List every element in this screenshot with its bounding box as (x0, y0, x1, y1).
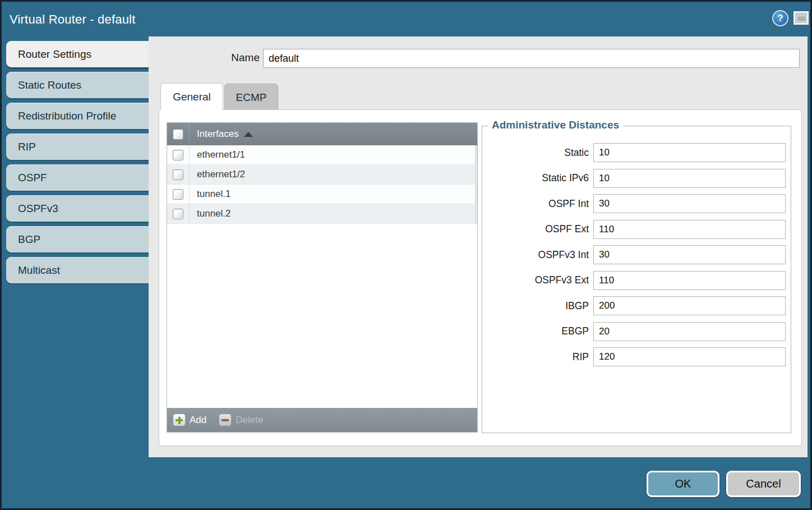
table-row[interactable]: tunnel.1 (167, 185, 477, 204)
field-row: OSPFv3 Ext (482, 271, 791, 290)
interfaces-column-header[interactable]: Interfaces (197, 128, 239, 140)
ebgp-input[interactable] (593, 322, 786, 341)
select-all-cell (167, 123, 190, 145)
router-settings-panel: Name General ECMP Interfaces ethernet1/1 (149, 36, 808, 457)
row-checkbox-cell (167, 185, 190, 204)
name-input[interactable] (263, 49, 800, 68)
virtual-router-dialog: Virtual Router - default ? Router Settin… (0, 0, 812, 510)
ebgp-label: EBGP (482, 325, 589, 337)
add-button[interactable]: Add (173, 413, 206, 426)
row-checkbox-cell (167, 145, 190, 164)
sort-ascending-icon[interactable] (244, 132, 253, 137)
row-checkbox[interactable] (173, 189, 183, 200)
static-ipv6-label: Static IPv6 (482, 172, 589, 184)
select-all-checkbox[interactable] (173, 129, 183, 140)
row-checkbox[interactable] (173, 169, 183, 180)
sidebar-item-ospfv3[interactable]: OSPFv3 (6, 195, 149, 222)
sidebar: Router Settings Static Routes Redistribu… (6, 41, 149, 288)
name-label: Name (193, 52, 260, 64)
delete-button-label: Delete (236, 415, 263, 426)
restore-window-icon[interactable] (793, 11, 809, 25)
interfaces-table-body: ethernet1/1 ethernet1/2 tunnel.1 tunnel.… (167, 145, 477, 409)
field-row: IBGP (482, 296, 791, 315)
administrative-distances-group: Administrative Distances Static Static I… (482, 126, 791, 433)
sidebar-item-multicast[interactable]: Multicast (6, 257, 149, 283)
row-checkbox[interactable] (173, 209, 183, 219)
sidebar-item-router-settings[interactable]: Router Settings (6, 41, 149, 67)
ospf-int-input[interactable] (593, 194, 786, 213)
tab-ecmp[interactable]: ECMP (224, 84, 278, 110)
interfaces-table-footer: Add Delete (167, 408, 477, 432)
table-row[interactable]: ethernet1/1 (167, 145, 477, 165)
field-row: OSPFv3 Int (482, 245, 791, 264)
row-checkbox[interactable] (173, 150, 183, 160)
sidebar-item-static-routes[interactable]: Static Routes (6, 72, 149, 98)
field-row: Static IPv6 (482, 169, 791, 188)
row-checkbox-cell (167, 204, 190, 223)
ospfv3-ext-input[interactable] (593, 271, 786, 290)
interface-name: ethernet1/2 (197, 169, 245, 180)
ospf-ext-label: OSPF Ext (482, 223, 589, 235)
field-row: OSPF Ext (482, 220, 791, 239)
ibgp-input[interactable] (593, 296, 786, 315)
ospfv3-ext-label: OSPFv3 Ext (482, 274, 589, 286)
sidebar-item-rip[interactable]: RIP (6, 134, 149, 160)
field-row: RIP (482, 347, 791, 366)
ospf-int-label: OSPF Int (482, 198, 589, 210)
interface-name: tunnel.2 (197, 208, 231, 219)
field-row: OSPF Int (482, 194, 791, 213)
interfaces-table: Interfaces ethernet1/1 ethernet1/2 tunne (167, 122, 478, 433)
ospfv3-int-input[interactable] (593, 245, 786, 264)
title-bar: Virtual Router - default ? (2, 2, 810, 36)
general-tab-content: Interfaces ethernet1/1 ethernet1/2 tunne (159, 109, 802, 446)
interfaces-table-header: Interfaces (167, 123, 477, 145)
help-icon[interactable]: ? (772, 10, 788, 26)
ok-button[interactable]: OK (647, 471, 719, 497)
ospfv3-int-label: OSPFv3 Int (482, 249, 589, 261)
scrollbar-track[interactable] (475, 145, 477, 224)
ospf-ext-input[interactable] (593, 220, 786, 239)
interface-name: tunnel.1 (197, 189, 231, 200)
administrative-distances-fields: Static Static IPv6 OSPF Int OSPF Ext (482, 143, 791, 373)
administrative-distances-title: Administrative Distances (488, 119, 623, 131)
static-ipv6-input[interactable] (593, 169, 786, 188)
minus-icon (219, 413, 232, 426)
rip-label: RIP (482, 351, 589, 363)
sidebar-item-bgp[interactable]: BGP (6, 226, 149, 252)
plus-icon (173, 413, 186, 426)
table-row[interactable]: tunnel.2 (167, 204, 477, 224)
field-row: Static (482, 143, 791, 162)
field-row: EBGP (482, 322, 791, 341)
rip-input[interactable] (593, 347, 786, 366)
table-row[interactable]: ethernet1/2 (167, 165, 477, 185)
tab-general[interactable]: General (160, 83, 223, 110)
dialog-title: Virtual Router - default (10, 2, 136, 36)
row-checkbox-cell (167, 165, 190, 184)
cancel-button[interactable]: Cancel (726, 471, 801, 497)
static-label: Static (482, 147, 589, 159)
sidebar-item-ospf[interactable]: OSPF (6, 164, 149, 191)
delete-button[interactable]: Delete (219, 413, 263, 426)
static-input[interactable] (593, 143, 786, 162)
add-button-label: Add (190, 415, 206, 426)
sidebar-item-redistribution-profile[interactable]: Redistribution Profile (6, 103, 149, 129)
interface-name: ethernet1/1 (197, 149, 245, 160)
ibgp-label: IBGP (482, 300, 589, 312)
